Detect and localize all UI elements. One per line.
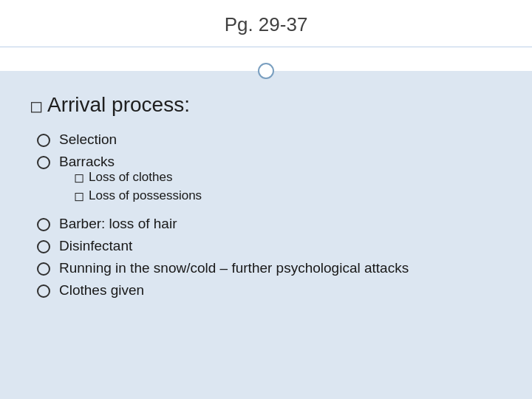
slide: Pg. 29-37 ◻Arrival process: Selection Ba… (0, 0, 532, 399)
sub-item-label: Loss of clothes (89, 170, 172, 185)
item-label: Disinfectant (59, 238, 132, 254)
list-item: Barracks ◻ Loss of clothes ◻ Loss of pos… (37, 154, 502, 210)
sub-list: ◻ Loss of clothes ◻ Loss of possessions (37, 170, 202, 207)
title-bar: Pg. 29-37 (0, 0, 532, 47)
main-checkbox-icon: ◻ (30, 97, 43, 115)
bullet-icon (37, 218, 50, 231)
list-item: Clothes given (37, 282, 502, 299)
sub-item: ◻ Loss of clothes (74, 170, 202, 185)
slide-title: Pg. 29-37 (225, 13, 308, 35)
item-label: Barber: loss of hair (59, 216, 177, 232)
item-label: Barracks (59, 154, 115, 170)
sub-prefix-icon: ◻ (74, 188, 84, 204)
bullet-icon (37, 134, 50, 147)
bullet-icon (37, 240, 50, 253)
bullet-icon (37, 284, 50, 298)
item-label: Running in the snow/cold – further psych… (59, 260, 409, 276)
list-item: Disinfectant (37, 238, 502, 254)
item-label: Clothes given (59, 282, 144, 299)
sub-prefix-icon: ◻ (74, 170, 84, 185)
list-item: Running in the snow/cold – further psych… (37, 260, 502, 276)
main-heading: ◻Arrival process: (30, 93, 502, 117)
connector-circle (258, 63, 274, 79)
sub-item: ◻ Loss of possessions (74, 188, 202, 204)
bullet-icon (37, 262, 50, 276)
connector (0, 47, 532, 71)
bullet-icon (37, 156, 50, 169)
content-area: ◻Arrival process: Selection Barracks ◻ L… (0, 71, 532, 399)
list-item: Barber: loss of hair (37, 216, 502, 232)
bullet-list: Selection Barracks ◻ Loss of clothes ◻ L… (30, 132, 502, 299)
sub-item-label: Loss of possessions (89, 188, 202, 203)
item-label: Selection (59, 132, 117, 148)
list-item: Selection (37, 132, 502, 148)
